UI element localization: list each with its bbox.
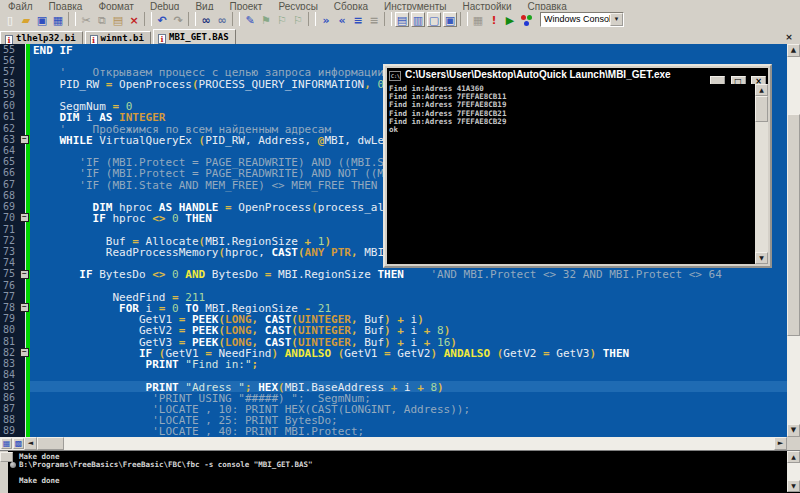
view-properties-icon[interactable]: ▣ bbox=[443, 12, 457, 27]
margin-toggle-icon[interactable]: ▦ bbox=[1, 438, 12, 449]
code-token: = bbox=[106, 78, 119, 91]
console-output-window[interactable]: C:\ C:\Users\User\Desktop\AutoQuick Laun… bbox=[383, 64, 772, 268]
outdent-icon[interactable]: « bbox=[335, 12, 349, 27]
console-vscrollbar-thumb[interactable] bbox=[755, 96, 768, 122]
code-line[interactable]: FOR i = 0 TO MBI.RegionSize - 21 bbox=[30, 302, 787, 313]
cut-icon[interactable]: ✂ bbox=[79, 12, 93, 27]
code-line[interactable]: GetV1 = PEEK(LONG, CAST(UINTEGER, Buf) +… bbox=[30, 313, 787, 324]
editor-scroll-up-icon[interactable]: ▲ bbox=[787, 44, 800, 57]
tab-winnt-bi[interactable]: iwinnt.bi bbox=[85, 31, 151, 45]
tab-mbi-get-bas[interactable]: iMBI_GET.BAS bbox=[153, 29, 236, 45]
code-line[interactable]: IF BytesDo <> 0 AND BytesDo = MBI.Region… bbox=[30, 268, 787, 279]
find-replace-icon[interactable]: ∞ bbox=[215, 12, 229, 27]
delete-icon[interactable]: × bbox=[127, 12, 141, 27]
quick-run-icon[interactable]: ! bbox=[487, 12, 501, 27]
line-number: 57 bbox=[0, 66, 25, 77]
toolbar-separator bbox=[384, 12, 392, 26]
line-number: 72 bbox=[0, 235, 25, 246]
open-file-icon[interactable]: ▰ bbox=[19, 12, 33, 27]
undo-icon[interactable]: ↶ bbox=[155, 12, 169, 27]
code-token: 0 bbox=[172, 268, 185, 281]
code-line[interactable]: 'LOCATE , 10: PRINT HEX(CAST(LONGINT, Ad… bbox=[30, 403, 787, 414]
editor-hscrollbar-thumb[interactable] bbox=[37, 437, 64, 450]
comment-block-icon[interactable]: ≡ bbox=[351, 12, 365, 27]
menu-item[interactable]: Вид bbox=[187, 0, 221, 10]
console-line: ok bbox=[387, 126, 754, 134]
menu-item[interactable]: Инструменты bbox=[376, 0, 454, 10]
goto-icon[interactable]: ✎ bbox=[243, 12, 257, 27]
code-token: END IF bbox=[33, 44, 73, 57]
code-line[interactable]: PRINT "Adress "; HEX(MBI.BaseAddress + i… bbox=[30, 381, 787, 392]
close-tab-button[interactable]: × bbox=[783, 31, 795, 43]
menu-item[interactable]: Правка bbox=[41, 0, 91, 10]
fbide-window: ФайлПравкаФорматDebugВидПроектРесурсыСбо… bbox=[0, 0, 800, 493]
editor-scroll-down-icon[interactable]: ▼ bbox=[787, 424, 800, 437]
code-token: IF bbox=[33, 212, 112, 225]
copy-icon[interactable]: ⧉ bbox=[95, 12, 109, 27]
editor-hscrollbar-track[interactable] bbox=[0, 437, 787, 450]
rgb-resource-icon[interactable] bbox=[519, 12, 533, 27]
fold-marker[interactable]: − bbox=[20, 303, 29, 312]
console-lines: Find in:Adress 41A360Find in:Adress 7FEF… bbox=[387, 85, 754, 134]
code-token: hproc bbox=[112, 212, 152, 225]
bookmark-toggle-icon[interactable]: ⚑ bbox=[259, 12, 273, 27]
bookmark-next-icon[interactable]: ⚐ bbox=[291, 12, 305, 27]
code-token: = bbox=[384, 347, 397, 360]
menu-item[interactable]: Справка bbox=[520, 0, 575, 10]
view-gui-icon[interactable]: ▢ bbox=[427, 12, 441, 27]
code-token: "Find in:" bbox=[185, 358, 251, 371]
fold-marker[interactable]: − bbox=[20, 348, 29, 357]
editor-scroll-left-icon[interactable]: ◄ bbox=[24, 437, 37, 450]
log-scroll-up-icon[interactable]: ▲ bbox=[787, 451, 800, 463]
menu-item[interactable]: Debug bbox=[142, 0, 187, 10]
indent-icon[interactable]: » bbox=[319, 12, 333, 27]
menu-item[interactable]: Настройки bbox=[454, 0, 519, 10]
console-scroll-up-icon[interactable]: ▲ bbox=[755, 84, 768, 96]
menu-item[interactable]: Файл bbox=[0, 0, 41, 10]
chevron-down-icon[interactable]: ▼ bbox=[610, 13, 623, 26]
line-number-gutter: 5556575859606162636465666768697071727374… bbox=[0, 44, 25, 437]
line-number: 77 bbox=[0, 291, 25, 302]
code-line[interactable]: IF (GetV1 = NeedFind) ANDALSO (GetV1 = G… bbox=[30, 347, 787, 358]
compile-run-icon[interactable]: ▶ bbox=[503, 12, 517, 27]
code-token: ) bbox=[589, 347, 602, 360]
menu-item[interactable]: Ресурсы bbox=[270, 0, 325, 10]
fold-marker[interactable]: − bbox=[20, 270, 29, 279]
view-compiler-log-icon[interactable]: ▤ bbox=[395, 12, 409, 27]
code-line[interactable]: GetV3 = PEEK(LONG, CAST(UINTEGER, Buf) +… bbox=[30, 336, 787, 347]
editor-vscrollbar-thumb[interactable] bbox=[787, 114, 800, 336]
menu-item[interactable]: Сборка bbox=[326, 0, 376, 10]
save-all-icon[interactable]: ▦ bbox=[51, 12, 65, 27]
bookmark-prev-icon[interactable]: ⚐ bbox=[275, 12, 289, 27]
log-pane-grip[interactable] bbox=[0, 452, 13, 462]
document-icon: i bbox=[158, 34, 166, 44]
uncomment-block-icon[interactable]: ≡ bbox=[367, 12, 381, 27]
fold-marker[interactable]: − bbox=[20, 135, 29, 144]
make-icon[interactable]: ▦ bbox=[471, 12, 485, 27]
save-icon[interactable]: ▣ bbox=[35, 12, 49, 27]
code-token: 'AND MBI.Protect <> 32 AND MBI.Protect <… bbox=[404, 268, 722, 281]
line-number: 85 bbox=[0, 381, 25, 392]
code-token: = bbox=[543, 347, 556, 360]
view-console-icon[interactable]: ▥ bbox=[411, 12, 425, 27]
menu-item[interactable]: Формат bbox=[90, 0, 142, 10]
log-scroll-down-icon[interactable]: ▼ bbox=[787, 480, 800, 492]
fold-marker[interactable]: − bbox=[20, 213, 29, 222]
console-target-select[interactable]: Windows Console ▼ bbox=[540, 12, 624, 27]
paste-icon[interactable]: ▤ bbox=[111, 12, 125, 27]
fold-toggle-icon[interactable]: ▩ bbox=[13, 438, 24, 449]
redo-icon[interactable]: ↷ bbox=[171, 12, 185, 27]
code-line[interactable]: NeedFind = 211 bbox=[30, 291, 787, 302]
code-line[interactable]: END IF bbox=[30, 44, 787, 55]
new-file-icon[interactable]: ▯ bbox=[3, 12, 17, 27]
console-scroll-down-icon[interactable]: ▼ bbox=[755, 252, 768, 264]
log-line bbox=[19, 469, 784, 477]
console-title-bar[interactable]: C:\ C:\Users\User\Desktop\AutoQuick Laun… bbox=[387, 68, 768, 84]
log-vscrollbar-track[interactable] bbox=[787, 463, 800, 480]
menu-item[interactable]: Проект bbox=[221, 0, 270, 10]
code-line[interactable]: GetV2 = PEEK(LONG, CAST(UINTEGER, Buf) +… bbox=[30, 324, 787, 335]
find-icon[interactable]: ∞ bbox=[199, 12, 213, 27]
editor-scroll-right-icon[interactable]: ► bbox=[774, 437, 787, 450]
tab-tlhelp32-bi[interactable]: itlhelp32.bi bbox=[0, 31, 83, 45]
code-line[interactable]: 'LOCATE , 40: PRINT MBI.Protect; bbox=[30, 425, 787, 436]
